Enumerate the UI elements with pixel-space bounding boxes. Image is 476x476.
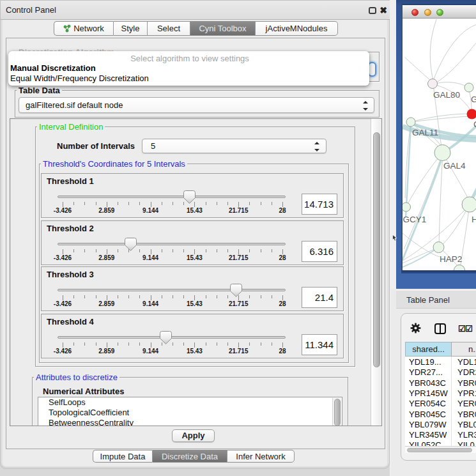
horizontal-scrollbar-thumb[interactable] (407, 448, 472, 452)
list-scrollbar[interactable] (332, 398, 341, 426)
table-row[interactable]: YPR145WYPR1 (405, 388, 476, 398)
network-edge[interactable] (436, 42, 476, 83)
slider-thumb[interactable] (230, 284, 242, 297)
network-edge[interactable] (433, 24, 476, 81)
slider-track[interactable] (58, 196, 286, 198)
tab-infer-network[interactable]: Infer Network (227, 450, 295, 463)
network-node[interactable] (462, 197, 476, 212)
network-window-titlebar[interactable] (403, 5, 476, 19)
attribute-list-item[interactable]: BetweennessCentrality (38, 418, 342, 426)
major-tick (194, 295, 195, 300)
checkbox-icon[interactable]: ☑ (458, 324, 466, 334)
numerical-attributes-list[interactable]: SelfLoopsTopologicalCoefficientBetweenne… (38, 397, 342, 426)
split-columns-icon[interactable] (434, 323, 446, 334)
combobox-arrows-icon (363, 101, 369, 111)
network-edge[interactable] (404, 153, 443, 249)
minor-tick (272, 202, 272, 205)
table-row[interactable]: YDR27...YDR2 (405, 367, 476, 377)
horizontal-scrollbar[interactable] (405, 446, 476, 453)
numerical-attributes-label: Numerical Attributes (41, 387, 126, 396)
popup-item[interactable]: Equal Width/Frequency Discretization (8, 73, 369, 84)
network-edge[interactable] (406, 153, 443, 206)
tab-style[interactable]: Style (114, 21, 148, 36)
close-traffic-light[interactable] (411, 9, 418, 16)
minor-tick (162, 202, 162, 205)
threshold-value-field[interactable]: 21.4 (302, 287, 337, 308)
cell-name: YDL1 (457, 357, 476, 367)
slider-thumb[interactable] (160, 331, 172, 344)
table-data-combobox[interactable]: galFiltered.sif default node (19, 97, 374, 113)
major-tick (107, 202, 107, 207)
network-node[interactable] (433, 242, 444, 253)
table-row[interactable]: YBR043CYBR0 (405, 378, 476, 388)
table-body: YDL19...YDL1YDR27...YDR2YBR043CYBR0YPR14… (405, 357, 476, 446)
popup-item[interactable]: Select algorithm to view settings (8, 51, 369, 63)
attribute-list-item[interactable]: SelfLoops (38, 397, 342, 408)
vertical-scrollbar[interactable] (371, 119, 381, 426)
network-node[interactable] (406, 118, 415, 127)
number-of-intervals-combobox[interactable]: 5 (142, 139, 326, 153)
network-edge[interactable] (430, 19, 438, 81)
network-edge[interactable] (433, 82, 468, 88)
cell-name: YDR2 (457, 367, 476, 377)
tick-label: 28 (268, 207, 296, 214)
network-canvas[interactable]: GAL80GACGAL11GAL4GCY1HHAP2 (403, 19, 476, 272)
tab-cyni-toolbox[interactable]: Cyni Toolbox (190, 21, 256, 36)
column-header-shared[interactable]: shared... (405, 342, 451, 357)
network-node[interactable] (464, 83, 473, 92)
cell-shared-name: YIL052C (409, 440, 441, 446)
minor-tick (206, 202, 206, 205)
column-header-name[interactable]: n... (451, 342, 476, 357)
table-row[interactable]: YLR345WYLR3 (405, 429, 476, 440)
table-row[interactable]: YER054CYER0 (405, 398, 476, 408)
table-row[interactable]: YBR045CYBR0 (405, 409, 476, 419)
tab-jactivemnodules[interactable]: jActiveMNodules (256, 21, 338, 36)
float-window-icon[interactable] (369, 7, 376, 14)
close-icon[interactable]: ✖ (378, 3, 388, 18)
tick-label: 2.859 (93, 348, 121, 355)
tab-network[interactable]: Network (54, 21, 114, 36)
tab-discretize-data[interactable]: Discretize Data (153, 450, 227, 463)
network-edge[interactable] (443, 153, 469, 201)
major-tick (282, 249, 283, 254)
network-icon (63, 24, 71, 33)
popup-item[interactable]: Manual Discretization (8, 63, 369, 73)
network-node[interactable] (428, 79, 438, 89)
checkbox-icon[interactable]: ☑ (465, 324, 473, 334)
minor-tick (73, 202, 74, 205)
network-edge[interactable] (403, 248, 438, 263)
slider-thumb[interactable] (125, 238, 137, 251)
tick-label: 9.144 (137, 300, 165, 307)
list-scrollbar-thumb[interactable] (334, 399, 341, 426)
network-edge[interactable] (405, 58, 432, 82)
tab-select[interactable]: Select (148, 21, 190, 36)
network-node[interactable] (403, 203, 411, 211)
network-edge[interactable] (411, 116, 470, 122)
minor-tick (118, 249, 118, 252)
gear-icon[interactable] (410, 323, 421, 334)
threshold-value-field[interactable]: 14.713 (302, 194, 337, 215)
threshold-panel: Threshold 1-3.4262.8599.14415.4321.71528… (41, 173, 344, 218)
table-row[interactable]: YBL079WYBL0 (405, 419, 476, 429)
threshold-panel: Threshold 4-3.4262.8599.14415.4321.71528… (41, 314, 344, 358)
cell-name: YIL0 (457, 440, 475, 446)
table-row[interactable]: YIL052CYIL0 (405, 440, 476, 446)
tab-impute-data[interactable]: Impute Data (93, 450, 153, 463)
zoom-traffic-light[interactable] (436, 9, 443, 16)
network-node[interactable] (434, 145, 450, 161)
control-panel-titlebar[interactable]: Control Panel ✖ (1, 1, 390, 20)
attribute-list-item[interactable]: TopologicalCoefficient (38, 408, 342, 418)
minimize-traffic-light[interactable] (424, 9, 431, 16)
threshold-value-field[interactable]: 6.316 (302, 241, 337, 262)
table-row[interactable]: YDL19...YDL1 (405, 357, 476, 367)
network-node[interactable] (467, 109, 476, 119)
apply-button[interactable]: Apply (172, 429, 215, 442)
slider-track[interactable] (58, 289, 286, 291)
tick-label: 28 (268, 300, 296, 307)
vertical-scrollbar-thumb[interactable] (373, 132, 380, 367)
cell-name: YLR3 (457, 430, 476, 440)
table-panel-titlebar[interactable]: Table Panel (396, 290, 476, 309)
slider-thumb[interactable] (183, 190, 196, 204)
slider-track[interactable] (58, 243, 286, 245)
threshold-value-field[interactable]: 11.344 (302, 334, 337, 355)
